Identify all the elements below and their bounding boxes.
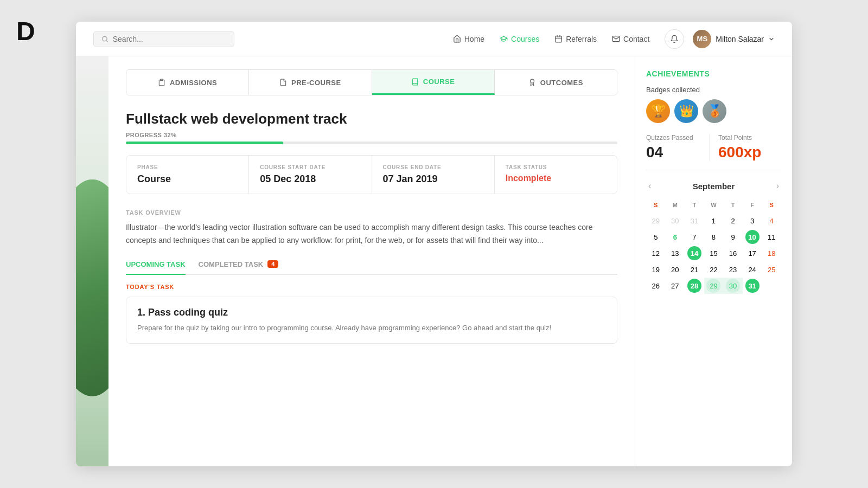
cal-cell[interactable]: 12 (646, 245, 666, 261)
leaf-decoration (76, 179, 108, 466)
task-card: 1. Pass coding quiz Prepare for the quiz… (126, 297, 617, 344)
cal-cell[interactable]: 24 (743, 261, 762, 278)
cal-cell[interactable]: 19 (646, 261, 666, 278)
task-card-title: 1. Pass coding quiz (137, 307, 606, 318)
app-logo: D (16, 16, 35, 46)
calendar-header: S M T W T F S (646, 200, 781, 213)
task-tab-completed[interactable]: COMPLETED TASK 4 (199, 260, 279, 274)
user-name: Milton Salazar (716, 35, 764, 43)
cal-cell[interactable]: 17 (743, 245, 762, 261)
progress-bar-fill (126, 142, 283, 144)
points-stat: Total Points 600xp (709, 134, 781, 161)
tab-admissions[interactable]: ADMISSIONS (126, 70, 249, 95)
notifications-button[interactable] (665, 29, 684, 49)
cal-cell[interactable]: 8 (704, 229, 724, 245)
day-header-thu: T (723, 200, 743, 213)
cal-week-5: 26 27 28 29 30 31 (646, 278, 781, 294)
book-icon (411, 78, 419, 86)
cal-cell[interactable]: 4 (762, 213, 781, 229)
cal-cell-31[interactable]: 31 (743, 278, 762, 294)
completed-badge: 4 (267, 260, 278, 268)
cal-cell[interactable]: 16 (723, 245, 743, 261)
chevron-down-icon (768, 36, 775, 42)
search-input[interactable] (113, 35, 226, 43)
progress-bar (126, 142, 617, 144)
cal-week-2: 5 6 7 8 9 10 11 (646, 229, 781, 245)
cal-cell[interactable]: 11 (762, 229, 781, 245)
cal-cell-14[interactable]: 14 (685, 245, 704, 261)
referrals-icon (554, 35, 563, 43)
stats-row: Quizzes Passed 04 Total Points 600xp (646, 134, 781, 170)
cal-week-4: 19 20 21 22 23 24 25 (646, 261, 781, 278)
outer-wrapper: D Home Courses Referrals (0, 0, 868, 488)
nav-home[interactable]: Home (453, 35, 484, 43)
task-overview-text: Illustrator—the world's leading vector i… (126, 221, 617, 247)
task-tabs: UPCOMING TASK COMPLETED TASK 4 (126, 260, 617, 275)
tab-course[interactable]: COURSE (372, 70, 495, 95)
cal-cell[interactable]: 29 (646, 213, 666, 229)
info-card-phase: PHASE Course (126, 156, 249, 194)
cal-cell[interactable]: 15 (704, 245, 724, 261)
tab-precourse[interactable]: PRE-COURSE (249, 70, 372, 95)
avatar: MS (693, 30, 711, 48)
nav-links: Home Courses Referrals Contact (453, 35, 650, 43)
nav-contact[interactable]: Contact (612, 35, 649, 43)
cal-cell[interactable]: 6 (666, 229, 685, 245)
cal-cell[interactable]: 27 (666, 278, 685, 294)
cal-cell[interactable]: 25 (762, 261, 781, 278)
cal-cell[interactable]: 31 (685, 213, 704, 229)
day-header-fri: F (743, 200, 762, 213)
nav-actions: MS Milton Salazar (665, 29, 775, 49)
cal-cell[interactable]: 5 (646, 229, 666, 245)
badge-1: 🏆 (646, 99, 670, 123)
cal-cell[interactable]: 2 (723, 213, 743, 229)
cal-cell[interactable]: 7 (685, 229, 704, 245)
day-header-sun: S (646, 200, 666, 213)
cal-cell[interactable]: 9 (723, 229, 743, 245)
cal-cell[interactable]: 20 (666, 261, 685, 278)
nav-referrals[interactable]: Referrals (554, 35, 597, 43)
cal-cell[interactable]: 1 (704, 213, 724, 229)
tabs-bar: ADMISSIONS PRE-COURSE COURSE OUTCOMES (126, 69, 617, 95)
cal-cell[interactable]: 22 (704, 261, 724, 278)
badges-label: Badges collected (646, 86, 781, 94)
quizzes-stat: Quizzes Passed 04 (646, 134, 709, 161)
cal-cell-29[interactable]: 29 (704, 278, 724, 294)
cal-cell[interactable]: 13 (666, 245, 685, 261)
bell-icon (670, 35, 679, 43)
right-panel: ACHIEVEMENTS Badges collected 🏆 👑 🥉 Quiz… (635, 56, 792, 466)
cal-cell-28[interactable]: 28 (685, 278, 704, 294)
badge-3: 🥉 (703, 99, 726, 123)
award-icon (528, 79, 536, 86)
info-cards: PHASE Course COURSE START DATE 05 Dec 20… (126, 155, 617, 194)
progress-label: PROGRESS 32% (126, 132, 617, 138)
cal-cell[interactable]: 26 (646, 278, 666, 294)
search-bar[interactable] (93, 31, 234, 47)
home-icon (453, 35, 461, 43)
cal-cell-empty (762, 278, 781, 294)
clipboard-icon (158, 79, 165, 86)
cal-cell[interactable]: 3 (743, 213, 762, 229)
info-card-end: COURSE END DATE 07 Jan 2019 (372, 156, 495, 194)
task-tab-upcoming[interactable]: UPCOMING TASK (126, 260, 186, 275)
calendar-next[interactable]: › (774, 179, 781, 193)
top-nav: Home Courses Referrals Contact (76, 22, 792, 56)
cal-cell-30[interactable]: 30 (723, 278, 743, 294)
tab-outcomes[interactable]: OUTCOMES (495, 70, 617, 95)
calendar-nav: ‹ September › (646, 179, 781, 193)
cal-cell-today[interactable]: 10 (743, 229, 762, 245)
day-header-tue: T (685, 200, 704, 213)
cal-cell[interactable]: 23 (723, 261, 743, 278)
calendar-prev[interactable]: ‹ (646, 179, 653, 193)
calendar-grid: S M T W T F S 29 30 31 1 2 (646, 200, 781, 294)
app-window: Home Courses Referrals Contact (76, 22, 792, 466)
cal-cell[interactable]: 21 (685, 261, 704, 278)
cal-week-1: 29 30 31 1 2 3 4 (646, 213, 781, 229)
nav-courses[interactable]: Courses (500, 35, 539, 43)
badge-2: 👑 (674, 99, 698, 123)
main-content: ADMISSIONS PRE-COURSE COURSE OUTCOMES (76, 56, 792, 466)
cal-cell[interactable]: 30 (666, 213, 685, 229)
user-profile[interactable]: MS Milton Salazar (693, 30, 775, 48)
cal-cell[interactable]: 18 (762, 245, 781, 261)
svg-rect-6 (161, 79, 163, 80)
